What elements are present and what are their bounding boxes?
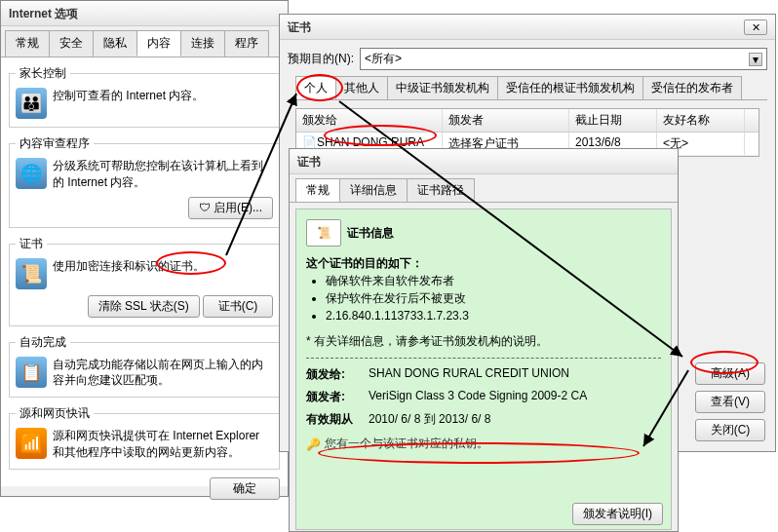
valid-from-label: 有效期从 (306, 411, 361, 428)
certs-desc: 使用加密连接和标识的证书。 (53, 258, 273, 275)
key-icon: 🔑 (306, 437, 321, 451)
ok-button[interactable]: 确定 (210, 477, 280, 500)
feeds-desc: 源和网页快讯提供可在 Internet Explorer 和其他程序中读取的网站… (53, 428, 273, 461)
enable-label: 启用(E)... (214, 201, 262, 214)
feeds-legend: 源和网页快讯 (16, 405, 94, 422)
private-key-note: 🔑 您有一个与该证书对应的私钥。 (306, 436, 661, 452)
view-button[interactable]: 查看(V) (695, 391, 765, 413)
certificate-detail-window: 证书 常规 详细信息 证书路径 📜 证书信息 这个证书的目的如下： 确保软件来自… (289, 148, 679, 532)
content-pane: 家长控制 👪 控制可查看的 Internet 内容。 内容审查程序 🌐 分级系统… (1, 57, 288, 486)
divider (306, 358, 661, 359)
rss-icon: 📶 (16, 428, 47, 459)
purpose-list: 确保软件来自软件发布者 保护软件在发行后不被更改 2.16.840.1.1137… (306, 272, 661, 324)
more-info-note: * 有关详细信息，请参考证书颁发机构的说明。 (306, 332, 661, 350)
tab-connections[interactable]: 连接 (180, 30, 225, 57)
purpose-combo[interactable]: <所有> ▾ (360, 48, 767, 70)
feeds-group: 源和网页快讯 📶 源和网页快讯提供可在 Internet Explorer 和其… (9, 405, 280, 470)
tab-detail-path[interactable]: 证书路径 (407, 178, 475, 202)
certificates-button[interactable]: 证书(C) (203, 295, 273, 318)
valid-to: 2013/ 6/ 8 (439, 412, 490, 426)
tab-trusted-root-ca[interactable]: 受信任的根证书颁发机构 (497, 76, 643, 99)
internet-options-window: Internet 选项 常规 安全 隐私 内容 连接 程序 家长控制 👪 控制可… (0, 0, 289, 497)
tab-intermediate-ca[interactable]: 中级证书颁发机构 (387, 76, 498, 99)
cert-category-tabs: 个人 其他人 中级证书颁发机构 受信任的根证书颁发机构 受信任的发布者 (288, 76, 767, 100)
valid-from: 2010/ 6/ 8 (369, 412, 420, 426)
certs-title: 证书 (288, 19, 311, 34)
tab-programs[interactable]: 程序 (224, 30, 269, 57)
autocomplete-legend: 自动完成 (16, 334, 70, 351)
purpose-value: <所有> (365, 51, 402, 67)
tab-detail-general[interactable]: 常规 (295, 178, 340, 202)
certs-buttons: 高级(A) 查看(V) 关闭(C) (695, 362, 765, 441)
options-tabs: 常规 安全 隐私 内容 连接 程序 (1, 26, 288, 57)
chevron-down-icon: ▾ (749, 53, 762, 66)
list-header: 颁发给 颁发者 截止日期 友好名称 (296, 109, 759, 133)
list-item: 2.16.840.1.113733.1.7.23.3 (326, 307, 661, 324)
content-advisor-group: 内容审查程序 🌐 分级系统可帮助您控制在该计算机上看到的 Internet 内容… (9, 135, 280, 228)
valid-to-word: 到 (424, 412, 436, 426)
purpose-label: 预期目的(N): (288, 51, 354, 67)
advanced-button[interactable]: 高级(A) (695, 362, 765, 385)
parental-icon: 👪 (16, 88, 47, 119)
window-title: Internet 选项 (9, 6, 78, 20)
heading-text: 证书信息 (347, 225, 394, 242)
tab-content[interactable]: 内容 (136, 30, 181, 57)
issued-by-value: VeriSign Class 3 Code Signing 2009-2 CA (369, 389, 587, 405)
tab-general[interactable]: 常规 (5, 30, 50, 57)
issued-by-label: 颁发者: (306, 389, 361, 405)
col-friendly[interactable]: 友好名称 (657, 109, 745, 132)
detail-title: 证书 (297, 154, 321, 169)
issued-to-label: 颁发给: (306, 366, 361, 383)
validity-value: 2010/ 6/ 8 到 2013/ 6/ 8 (369, 411, 490, 428)
globe-icon: 🌐 (16, 158, 47, 189)
tab-detail-details[interactable]: 详细信息 (339, 178, 408, 202)
clear-ssl-button[interactable]: 清除 SSL 状态(S) (88, 295, 200, 318)
form-icon: 📋 (16, 357, 47, 388)
autocomplete-group: 自动完成 📋 自动完成功能存储以前在网页上输入的内容并向您建议匹配项。 (9, 334, 280, 399)
autocomplete-desc: 自动完成功能存储以前在网页上输入的内容并向您建议匹配项。 (53, 357, 273, 390)
list-item: 保护软件在发行后不被更改 (326, 289, 661, 307)
col-expiry[interactable]: 截止日期 (569, 109, 657, 132)
certificates-group: 证书 📜 使用加密连接和标识的证书。 清除 SSL 状态(S) 证书(C) (9, 236, 280, 326)
key-note-text: 您有一个与该证书对应的私钥。 (325, 436, 488, 452)
col-issued-by[interactable]: 颁发者 (443, 109, 569, 132)
detail-tabs: 常规 详细信息 证书路径 (290, 174, 678, 203)
detail-body: 📜 证书信息 这个证书的目的如下： 确保软件来自软件发布者 保护软件在发行后不被… (295, 209, 672, 530)
enable-button[interactable]: 🛡 启用(E)... (188, 197, 273, 219)
certificate-icon: 📜 (16, 258, 47, 289)
parental-desc: 控制可查看的 Internet 内容。 (53, 88, 273, 104)
certificate-badge-icon: 📜 (306, 219, 341, 247)
issued-to-value: SHAN DONG RURAL CREDIT UNION (369, 366, 569, 383)
issuer-statement-button[interactable]: 颁发者说明(I) (572, 503, 663, 525)
titlebar: Internet 选项 (1, 1, 288, 26)
advisor-legend: 内容审查程序 (16, 135, 94, 152)
detail-titlebar: 证书 (290, 149, 678, 174)
list-item: 确保软件来自软件发布者 (326, 272, 661, 289)
tab-others[interactable]: 其他人 (335, 76, 388, 99)
close-button[interactable]: 关闭(C) (695, 419, 765, 441)
tab-privacy[interactable]: 隐私 (93, 30, 137, 57)
parental-legend: 家长控制 (16, 65, 70, 82)
col-issued-to[interactable]: 颁发给 (296, 109, 443, 132)
tab-personal[interactable]: 个人 (295, 76, 336, 99)
certs-legend: 证书 (16, 236, 47, 252)
parental-control-group: 家长控制 👪 控制可查看的 Internet 内容。 (9, 65, 280, 128)
cert-info-heading: 📜 证书信息 (306, 219, 661, 247)
advisor-desc: 分级系统可帮助您控制在该计算机上看到的 Internet 内容。 (53, 158, 273, 191)
purpose-title: 这个证书的目的如下： (306, 254, 661, 272)
certs-titlebar: 证书 ✕ (280, 15, 775, 40)
tab-trusted-publishers[interactable]: 受信任的发布者 (642, 76, 742, 99)
tab-security[interactable]: 安全 (49, 30, 94, 57)
close-icon[interactable]: ✕ (744, 19, 767, 35)
cell-text: SHAN DONG RURA (317, 135, 424, 149)
